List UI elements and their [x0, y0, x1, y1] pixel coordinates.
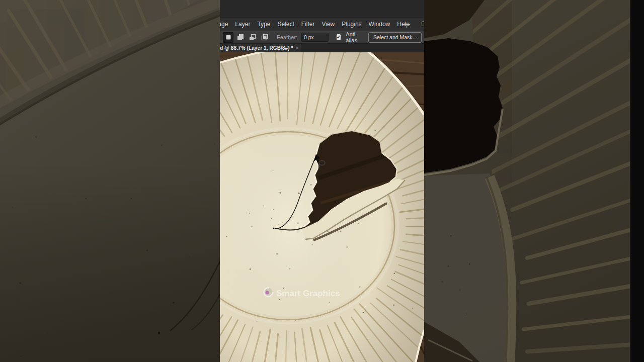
- anti-alias-label: Anti-alias: [346, 31, 357, 43]
- new-selection-icon[interactable]: [223, 32, 233, 43]
- document-tab-bar: d @ 88.7% (Layer 1, RGB/8#) * ×: [220, 44, 424, 52]
- left-panel-art: [0, 0, 220, 362]
- menu-item-plugins[interactable]: Plugins: [342, 21, 361, 28]
- checkmark-icon: ✓: [337, 35, 341, 40]
- menu-item-filter[interactable]: Filter: [301, 21, 315, 28]
- menu-item-type[interactable]: Type: [257, 21, 270, 28]
- add-to-selection-icon[interactable]: [235, 32, 246, 43]
- minimize-icon[interactable]: —: [404, 21, 411, 28]
- menu-item-select[interactable]: Select: [277, 21, 294, 28]
- menu-items: Image Layer Type Select Filter View Plug…: [220, 21, 410, 28]
- anti-alias-checkbox[interactable]: ✓: [337, 34, 341, 40]
- intersect-selection-icon[interactable]: [259, 32, 270, 43]
- document-tab[interactable]: d @ 88.7% (Layer 1, RGB/8#) * ×: [220, 44, 301, 52]
- tab-close-icon[interactable]: ×: [295, 45, 298, 51]
- menu-bar: Image Layer Type Select Filter View Plug…: [220, 18, 424, 31]
- selection-mode-group: [223, 32, 270, 43]
- plate-artwork: Smart Graphics: [220, 52, 424, 362]
- photoshop-window: Image Layer Type Select Filter View Plug…: [220, 0, 424, 362]
- title-bar: [220, 0, 424, 18]
- background-panel-right: [424, 0, 644, 362]
- menu-item-image[interactable]: Image: [220, 21, 228, 28]
- subtract-from-selection-icon[interactable]: [247, 32, 258, 43]
- menu-item-layer[interactable]: Layer: [235, 21, 250, 28]
- document-canvas[interactable]: Smart Graphics: [220, 52, 424, 362]
- document-tab-title: d @ 88.7% (Layer 1, RGB/8#) *: [220, 45, 293, 51]
- video-frame: Image Layer Type Select Filter View Plug…: [0, 0, 644, 362]
- feather-input[interactable]: [301, 33, 329, 42]
- menu-item-view[interactable]: View: [321, 21, 335, 28]
- watermark-text: Smart Graphics: [276, 289, 340, 298]
- tool-options-bar: Feather: ✓ Anti-alias Select and Mask...…: [220, 31, 424, 44]
- restore-icon[interactable]: ❐: [421, 21, 424, 28]
- right-panel-art: [424, 0, 644, 362]
- menu-item-window[interactable]: Window: [369, 21, 390, 28]
- select-and-mask-button[interactable]: Select and Mask...: [368, 32, 422, 43]
- background-panel-left: [0, 0, 220, 362]
- feather-label: Feather:: [277, 34, 297, 40]
- window-controls: — ❐: [404, 18, 424, 31]
- path-anchor-dot: [273, 227, 274, 229]
